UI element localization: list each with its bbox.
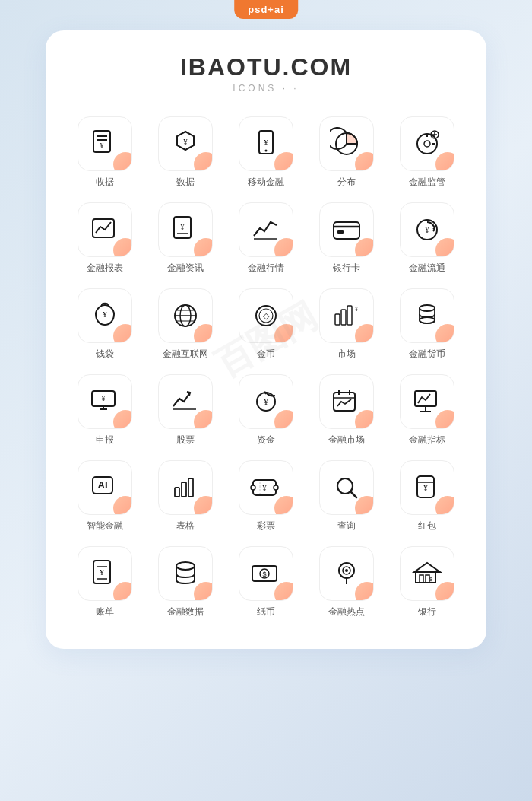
icon-item-shichang[interactable]: ¥市场 — [310, 288, 383, 361]
icon-box-hangqing — [239, 202, 293, 257]
icon-item-zijin[interactable]: ¥ 资金 — [230, 374, 302, 447]
icon-label-zixun: 金融资讯 — [167, 262, 204, 275]
icon-box-biaoge — [158, 460, 213, 515]
svg-point-11 — [424, 141, 430, 147]
icon-box-zijin: ¥ — [239, 374, 293, 429]
icon-box-ai-jinrong: AI — [78, 460, 132, 515]
icon-item-redian[interactable]: 金融热点 — [310, 546, 383, 618]
svg-rect-22 — [334, 222, 359, 239]
svg-text:¥: ¥ — [264, 396, 268, 407]
icon-box-liutong: ¥ — [400, 202, 454, 257]
svg-text:¥: ¥ — [100, 141, 104, 149]
main-card: 百图网 IBAOTU.COM ICONS · · ¥收据 ¥数据 ¥ 移动金融 … — [46, 30, 486, 649]
icon-item-ai-jinrong[interactable]: AI智能金融 — [68, 460, 141, 532]
icon-label-ai-jinrong: 智能金融 — [87, 520, 123, 532]
icon-label-chaxun: 查询 — [337, 520, 356, 532]
card-header: IBAOTU.COM ICONS · · — [68, 53, 464, 94]
svg-text:$: $ — [429, 577, 432, 582]
icon-item-zhangdan[interactable]: ¥ 账单 — [68, 546, 141, 618]
icon-item-yidong[interactable]: ¥ 移动金融 — [230, 116, 302, 189]
icon-box-caipiao: ¥ — [239, 460, 293, 515]
icon-item-biaoge[interactable]: 表格 — [149, 460, 222, 532]
icon-item-shenbao[interactable]: ¥申报 — [68, 374, 141, 447]
svg-rect-38 — [347, 306, 352, 325]
svg-point-8 — [265, 150, 268, 152]
icon-item-shuju[interactable]: ¥数据 — [149, 116, 222, 189]
icon-item-yinhang[interactable]: $银行 — [391, 546, 464, 618]
icon-label-jianguan: 金融监管 — [409, 176, 445, 189]
svg-point-62 — [251, 485, 255, 490]
icon-box-shichang: ¥ — [319, 288, 374, 343]
svg-text:¥: ¥ — [101, 393, 106, 402]
icon-item-jinbi[interactable]: ◇金币 — [230, 288, 302, 361]
svg-rect-53 — [415, 391, 436, 406]
icon-label-yinhangka: 银行卡 — [333, 262, 360, 275]
icon-item-shouju[interactable]: ¥收据 — [68, 116, 141, 189]
svg-text:¥: ¥ — [183, 137, 188, 146]
icon-box-hulianwang — [158, 288, 213, 343]
icon-item-baobiao[interactable]: 金融报表 — [68, 202, 141, 275]
svg-point-41 — [420, 317, 435, 323]
icon-item-qiandai[interactable]: ¥钱袋 — [68, 288, 141, 361]
icon-item-gupiao[interactable]: 股票 — [149, 374, 222, 447]
icon-item-hulianwang[interactable]: 金融互联网 — [149, 288, 222, 361]
svg-text:¥: ¥ — [426, 226, 429, 234]
icon-item-jianguan[interactable]: 金融监管 — [391, 116, 464, 189]
icon-item-chaxun[interactable]: 查询 — [310, 460, 383, 532]
icon-item-liutong[interactable]: ¥金融流通 — [391, 202, 464, 275]
svg-text:¥: ¥ — [100, 567, 104, 577]
svg-text:¥: ¥ — [264, 138, 268, 147]
svg-text:AI: AI — [98, 479, 108, 491]
svg-point-81 — [345, 569, 348, 572]
icon-box-shenbao: ¥ — [78, 374, 132, 429]
icon-label-huobi: 金融货币 — [409, 348, 445, 361]
icon-box-qiandai: ¥ — [78, 288, 132, 343]
icon-label-shuju: 数据 — [176, 176, 195, 189]
svg-rect-60 — [188, 478, 193, 497]
icon-box-jinrong-shichang — [319, 374, 374, 429]
icon-label-gupiao: 股票 — [176, 434, 195, 447]
icon-item-fenbu[interactable]: 分布 — [310, 116, 383, 189]
svg-point-63 — [274, 485, 278, 490]
icon-box-shouju: ¥ — [78, 116, 132, 171]
icon-label-jinrong-shichang: 金融市场 — [328, 434, 365, 447]
icon-label-qiandai: 钱袋 — [96, 348, 114, 361]
icon-item-hangqing[interactable]: 金融行情 — [230, 202, 302, 275]
icon-item-caipiao[interactable]: ¥ 彩票 — [230, 460, 302, 532]
icon-box-jianguan — [400, 116, 454, 171]
icon-label-zijin: 资金 — [257, 434, 275, 447]
icon-item-jinrong-shuju[interactable]: 金融数据 — [149, 546, 222, 618]
icon-item-huobi[interactable]: 金融货币 — [391, 288, 464, 361]
icon-label-jinbi: 金币 — [257, 348, 275, 361]
icon-item-zixun[interactable]: ¥ 金融资讯 — [149, 202, 222, 275]
icon-label-shenbao: 申报 — [96, 434, 114, 447]
icon-label-zhangdan: 账单 — [96, 606, 114, 618]
icon-label-fenbu: 分布 — [337, 176, 356, 189]
icon-box-chaxun — [319, 460, 374, 515]
icon-box-jinbi: ◇ — [239, 288, 293, 343]
icon-item-jinrong-shichang[interactable]: 金融市场 — [310, 374, 383, 447]
icon-box-yidong: ¥ — [239, 116, 293, 171]
icon-box-zhangdan: ¥ — [78, 546, 132, 601]
icon-box-jinrong-shuju — [158, 546, 213, 601]
icon-item-yinhangka[interactable]: 银行卡 — [310, 202, 383, 275]
icon-item-zhibiao[interactable]: 金融指标 — [391, 374, 464, 447]
svg-text:◇: ◇ — [263, 311, 270, 320]
svg-marker-84 — [414, 563, 440, 572]
icon-label-zhibiao: 金融指标 — [409, 434, 445, 447]
site-name: IBAOTU.COM — [68, 53, 464, 81]
icon-box-yinhang: $ — [400, 546, 454, 601]
icon-label-hangqing: 金融行情 — [248, 262, 284, 275]
icon-item-zhipi[interactable]: $纸币 — [230, 546, 302, 618]
svg-text:$: $ — [262, 571, 266, 578]
icon-box-zhipi: $ — [239, 546, 293, 601]
icon-item-hongbao[interactable]: ¥ 红包 — [391, 460, 464, 532]
icon-label-shouju: 收据 — [96, 176, 114, 189]
icon-label-hulianwang: 金融互联网 — [163, 348, 208, 361]
icons-grid: ¥收据 ¥数据 ¥ 移动金融 分布 金融监管 金融报表 ¥ 金融资讯 金融行情 … — [68, 116, 464, 618]
icon-box-shuju: ¥ — [158, 116, 213, 171]
svg-text:¥: ¥ — [262, 483, 267, 492]
icon-box-zhibiao — [400, 374, 454, 429]
icon-label-biaoge: 表格 — [176, 520, 195, 532]
icons-label: ICONS · · — [68, 83, 464, 94]
